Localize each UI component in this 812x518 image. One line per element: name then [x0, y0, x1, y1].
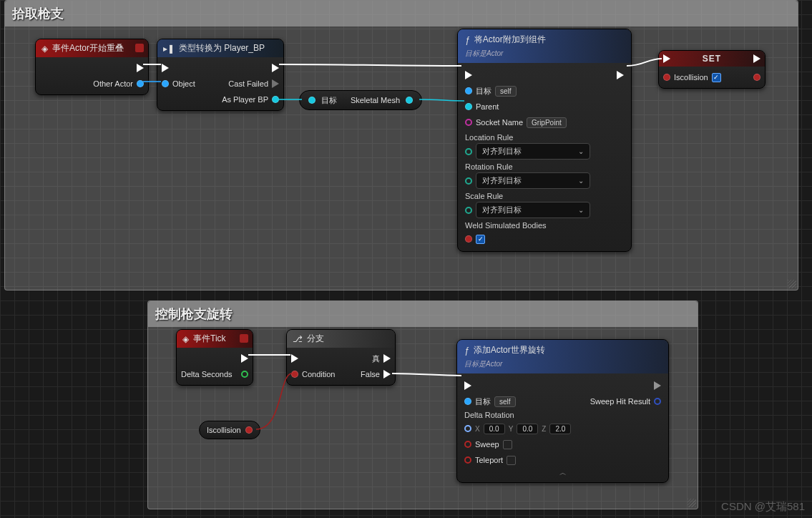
location-rule-label: Location Rule [465, 133, 624, 143]
rot-x-input[interactable] [484, 424, 505, 434]
false-label: False [361, 370, 380, 378]
node-cast-player-bp[interactable]: ▸❚ 类型转换为 Player_BP Object Cast Failed As… [157, 39, 284, 111]
comment-title: 拾取枪支 [5, 1, 798, 26]
condition-pin[interactable] [291, 371, 298, 378]
sweep-checkbox[interactable] [503, 440, 512, 449]
socket-name-pin[interactable] [465, 119, 472, 126]
weld-pin[interactable] [465, 235, 472, 243]
exec-out-pin[interactable] [137, 64, 144, 72]
delta-rotation-pin[interactable] [464, 425, 471, 432]
node-header: ƒ添加Actor世界旋转 目标是Actor [457, 340, 668, 373]
true-exec-pin[interactable] [383, 354, 391, 363]
other-actor-label: Other Actor [93, 79, 133, 88]
iscollision-out-pin[interactable] [753, 74, 760, 81]
rot-y-input[interactable] [517, 424, 538, 434]
sweep-pin[interactable] [464, 441, 471, 448]
sweep-hit-result-label: Sweep Hit Result [590, 397, 650, 406]
node-set-iscollision[interactable]: SET Iscollision✓ [658, 50, 765, 89]
socket-name-label: Socket Name [476, 118, 523, 127]
exec-out-pin[interactable] [272, 64, 279, 72]
comment-title: 控制枪支旋转 [148, 301, 698, 327]
exec-in-pin[interactable] [465, 71, 472, 79]
node-event-tick[interactable]: ◈ 事件Tick Delta Seconds [176, 329, 253, 386]
rot-z-input[interactable] [549, 424, 571, 434]
node-iscollision-getter[interactable]: Iscollision [199, 421, 260, 439]
node-header: ƒ将Actor附加到组件 目标是Actor [458, 29, 631, 63]
rotation-rule-pin[interactable] [465, 177, 472, 185]
chevron-down-icon: ⌄ [578, 206, 584, 214]
weld-checkbox[interactable]: ✓ [476, 235, 485, 244]
delta-seconds-pin[interactable] [241, 371, 248, 378]
resize-handle-icon[interactable] [688, 499, 696, 507]
chevron-down-icon: ⌄ [578, 177, 584, 185]
event-icon: ◈ [182, 334, 189, 344]
self-chip: self [495, 86, 517, 97]
watermark: CSDN @艾瑞581 [721, 500, 805, 514]
node-attach-actor-to-component[interactable]: ƒ将Actor附加到组件 目标是Actor 目标self Parent Sock… [457, 29, 632, 252]
node-header: ▸❚ 类型转换为 Player_BP [157, 39, 283, 57]
iscollision-out-pin[interactable] [245, 426, 253, 434]
exec-in-pin[interactable] [464, 381, 471, 390]
parent-pin[interactable] [465, 103, 472, 110]
exec-out-pin[interactable] [617, 71, 624, 79]
iscollision-in-pin[interactable] [663, 74, 670, 81]
node-header: ◈ 事件Tick [177, 330, 253, 348]
node-title: 事件Tick [193, 333, 226, 345]
exec-out-pin[interactable] [753, 54, 760, 63]
as-player-bp-pin[interactable] [272, 96, 279, 103]
branch-icon: ⎇ [293, 334, 303, 344]
node-title: SET [703, 54, 721, 64]
node-subtitle: 目标是Actor [464, 359, 502, 369]
node-header: SET [659, 51, 765, 67]
breakpoint-icon[interactable] [135, 44, 144, 52]
exec-in-pin[interactable] [291, 354, 298, 363]
object-pin[interactable] [162, 80, 169, 87]
node-subtitle: 目标是Actor [465, 49, 503, 59]
scale-rule-pin[interactable] [465, 207, 472, 214]
exec-out-pin[interactable] [241, 354, 248, 363]
exec-out-pin[interactable] [654, 381, 661, 390]
node-header: ⎇ 分支 [287, 330, 395, 348]
target-pin[interactable] [464, 398, 471, 405]
node-add-actor-world-rotation[interactable]: ƒ添加Actor世界旋转 目标是Actor 目标self Sweep Hit R… [456, 339, 669, 483]
target-label: 目标 [476, 86, 491, 97]
location-rule-dropdown[interactable]: 对齐到目标⌄ [476, 143, 590, 160]
socket-value[interactable]: GripPoint [527, 117, 567, 128]
exec-in-pin[interactable] [162, 64, 169, 72]
target-pin[interactable] [465, 87, 472, 94]
node-title: 将Actor附加到组件 [474, 34, 546, 46]
scale-rule-label: Scale Rule [465, 192, 624, 202]
rotation-rule-dropdown[interactable]: 对齐到目标⌄ [476, 172, 590, 189]
node-branch[interactable]: ⎇ 分支 真 Condition False [286, 329, 396, 386]
target-pin[interactable] [308, 97, 315, 104]
false-exec-pin[interactable] [383, 370, 391, 378]
teleport-checkbox[interactable] [507, 456, 516, 465]
actor-pin[interactable] [137, 80, 144, 87]
delta-seconds-label: Delta Seconds [181, 370, 233, 378]
scale-rule-dropdown[interactable]: 对齐到目标⌄ [476, 202, 590, 218]
cast-failed-pin[interactable] [272, 79, 279, 88]
teleport-pin[interactable] [464, 456, 471, 464]
function-icon: ƒ [464, 346, 469, 356]
breakpoint-icon[interactable] [240, 334, 248, 343]
event-icon: ◈ [41, 44, 48, 54]
location-rule-pin[interactable] [465, 148, 472, 155]
iscollision-checkbox[interactable]: ✓ [712, 73, 721, 82]
node-skeletal-mesh-getter[interactable]: 目标 Skeletal Mesh [299, 90, 422, 110]
skeletal-mesh-label: Skeletal Mesh [351, 96, 400, 104]
resize-handle-icon[interactable] [788, 280, 796, 288]
true-label: 真 [372, 353, 380, 364]
sweep-hit-result-pin[interactable] [654, 398, 661, 405]
chevron-up-icon[interactable]: ︿ [464, 468, 661, 478]
iscollision-label: Iscollision [674, 73, 708, 82]
exec-in-pin[interactable] [663, 54, 670, 63]
node-title: 添加Actor世界旋转 [474, 344, 545, 356]
node-event-actor-begin-overlap[interactable]: ◈ 事件Actor开始重叠 Other Actor [35, 39, 149, 95]
node-header: ◈ 事件Actor开始重叠 [36, 39, 148, 57]
cast-failed-label: Cast Failed [228, 79, 268, 88]
weld-label: Weld Simulated Bodies [465, 221, 624, 231]
skeletal-mesh-out-pin[interactable] [406, 97, 413, 104]
node-title: 分支 [307, 333, 324, 345]
cast-icon: ▸❚ [163, 44, 175, 54]
teleport-label: Teleport [475, 456, 503, 464]
